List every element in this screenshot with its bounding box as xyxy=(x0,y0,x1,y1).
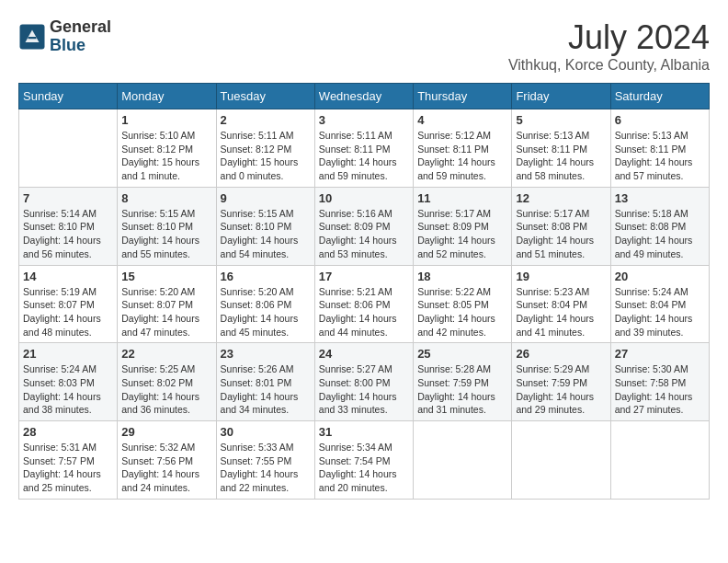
calendar-day-cell: 7Sunrise: 5:14 AMSunset: 8:10 PMDaylight… xyxy=(19,187,118,265)
day-info: Sunrise: 5:26 AMSunset: 8:01 PMDaylight:… xyxy=(221,362,311,417)
calendar-day-cell: 26Sunrise: 5:29 AMSunset: 7:59 PMDayligh… xyxy=(512,343,610,421)
day-number: 21 xyxy=(23,347,113,361)
calendar-day-cell: 16Sunrise: 5:20 AMSunset: 8:06 PMDayligh… xyxy=(216,265,314,343)
calendar-header-cell: Thursday xyxy=(414,84,512,109)
calendar-day-cell: 21Sunrise: 5:24 AMSunset: 8:03 PMDayligh… xyxy=(19,343,118,421)
calendar-day-cell xyxy=(610,421,709,500)
calendar-day-cell: 22Sunrise: 5:25 AMSunset: 8:02 PMDayligh… xyxy=(118,343,216,421)
day-number: 14 xyxy=(23,270,113,283)
day-info: Sunrise: 5:17 AMSunset: 8:09 PMDaylight:… xyxy=(417,207,507,261)
day-number: 23 xyxy=(221,347,311,361)
day-number: 30 xyxy=(221,425,311,439)
day-info: Sunrise: 5:15 AMSunset: 8:10 PMDaylight:… xyxy=(221,207,311,261)
calendar-day-cell xyxy=(19,109,118,188)
calendar-header-cell: Monday xyxy=(118,84,216,109)
day-number: 7 xyxy=(23,191,113,205)
day-info: Sunrise: 5:21 AMSunset: 8:06 PMDaylight:… xyxy=(319,285,409,339)
calendar-day-cell: 8Sunrise: 5:15 AMSunset: 8:10 PMDaylight… xyxy=(118,187,216,265)
day-number: 26 xyxy=(516,347,606,361)
day-number: 13 xyxy=(615,191,705,205)
day-info: Sunrise: 5:15 AMSunset: 8:10 PMDaylight:… xyxy=(121,207,211,261)
day-info: Sunrise: 5:24 AMSunset: 8:04 PMDaylight:… xyxy=(615,285,705,339)
day-info: Sunrise: 5:18 AMSunset: 8:08 PMDaylight:… xyxy=(615,207,705,261)
day-info: Sunrise: 5:11 AMSunset: 8:11 PMDaylight:… xyxy=(319,129,409,183)
calendar-day-cell: 12Sunrise: 5:17 AMSunset: 8:08 PMDayligh… xyxy=(512,187,610,265)
calendar-day-cell: 31Sunrise: 5:34 AMSunset: 7:54 PMDayligh… xyxy=(314,421,413,500)
day-number: 22 xyxy=(121,347,211,361)
day-info: Sunrise: 5:31 AMSunset: 7:57 PMDaylight:… xyxy=(23,441,113,495)
calendar-day-cell: 28Sunrise: 5:31 AMSunset: 7:57 PMDayligh… xyxy=(19,421,118,500)
title-section: July 2024 Vithkuq, Korce County, Albania xyxy=(508,18,710,74)
logo: General Blue xyxy=(18,18,111,55)
calendar-day-cell: 1Sunrise: 5:10 AMSunset: 8:12 PMDaylight… xyxy=(118,109,216,188)
day-number: 6 xyxy=(615,113,705,127)
calendar-header-cell: Tuesday xyxy=(216,84,314,109)
calendar-day-cell: 23Sunrise: 5:26 AMSunset: 8:01 PMDayligh… xyxy=(216,343,314,421)
day-info: Sunrise: 5:34 AMSunset: 7:54 PMDaylight:… xyxy=(319,441,409,495)
day-number: 29 xyxy=(121,425,211,439)
day-number: 16 xyxy=(221,270,311,283)
day-info: Sunrise: 5:11 AMSunset: 8:12 PMDaylight:… xyxy=(221,129,311,183)
calendar-day-cell: 27Sunrise: 5:30 AMSunset: 7:58 PMDayligh… xyxy=(610,343,709,421)
day-number: 11 xyxy=(417,191,507,205)
day-info: Sunrise: 5:14 AMSunset: 8:10 PMDaylight:… xyxy=(23,207,113,261)
month-year-title: July 2024 xyxy=(508,18,710,57)
calendar-header-cell: Wednesday xyxy=(314,84,413,109)
day-info: Sunrise: 5:10 AMSunset: 8:12 PMDaylight:… xyxy=(121,129,211,183)
calendar-day-cell: 19Sunrise: 5:23 AMSunset: 8:04 PMDayligh… xyxy=(512,265,610,343)
calendar-day-cell: 10Sunrise: 5:16 AMSunset: 8:09 PMDayligh… xyxy=(314,187,413,265)
day-info: Sunrise: 5:17 AMSunset: 8:08 PMDaylight:… xyxy=(516,207,606,261)
day-number: 20 xyxy=(615,270,705,283)
day-number: 15 xyxy=(121,270,211,283)
day-info: Sunrise: 5:32 AMSunset: 7:56 PMDaylight:… xyxy=(121,441,211,495)
day-info: Sunrise: 5:19 AMSunset: 8:07 PMDaylight:… xyxy=(23,285,113,339)
calendar-week-row: 21Sunrise: 5:24 AMSunset: 8:03 PMDayligh… xyxy=(19,343,710,421)
day-number: 25 xyxy=(417,347,507,361)
calendar-day-cell xyxy=(414,421,512,500)
calendar-day-cell: 4Sunrise: 5:12 AMSunset: 8:11 PMDaylight… xyxy=(414,109,512,188)
calendar-header: SundayMondayTuesdayWednesdayThursdayFrid… xyxy=(19,84,710,109)
day-number: 27 xyxy=(615,347,705,361)
calendar-header-cell: Friday xyxy=(512,84,610,109)
logo-blue-text: Blue xyxy=(50,37,111,55)
day-number: 9 xyxy=(221,191,311,205)
calendar-week-row: 1Sunrise: 5:10 AMSunset: 8:12 PMDaylight… xyxy=(19,109,710,188)
calendar-day-cell: 24Sunrise: 5:27 AMSunset: 8:00 PMDayligh… xyxy=(314,343,413,421)
day-info: Sunrise: 5:23 AMSunset: 8:04 PMDaylight:… xyxy=(516,285,606,339)
page-header: General Blue July 2024 Vithkuq, Korce Co… xyxy=(18,18,710,74)
calendar-header-cell: Saturday xyxy=(610,84,709,109)
calendar-week-row: 7Sunrise: 5:14 AMSunset: 8:10 PMDaylight… xyxy=(19,187,710,265)
day-number: 24 xyxy=(319,347,409,361)
calendar-day-cell: 3Sunrise: 5:11 AMSunset: 8:11 PMDaylight… xyxy=(314,109,413,188)
calendar-day-cell: 18Sunrise: 5:22 AMSunset: 8:05 PMDayligh… xyxy=(414,265,512,343)
day-info: Sunrise: 5:25 AMSunset: 8:02 PMDaylight:… xyxy=(121,362,211,417)
day-number: 28 xyxy=(23,425,113,439)
day-info: Sunrise: 5:13 AMSunset: 8:11 PMDaylight:… xyxy=(615,129,705,183)
day-info: Sunrise: 5:20 AMSunset: 8:06 PMDaylight:… xyxy=(221,285,311,339)
day-number: 31 xyxy=(319,425,409,439)
calendar-table: SundayMondayTuesdayWednesdayThursdayFrid… xyxy=(18,83,710,500)
day-info: Sunrise: 5:12 AMSunset: 8:11 PMDaylight:… xyxy=(417,129,507,183)
logo-general-text: General xyxy=(50,18,111,37)
calendar-body: 1Sunrise: 5:10 AMSunset: 8:12 PMDaylight… xyxy=(19,109,710,500)
day-number: 5 xyxy=(516,113,606,127)
calendar-day-cell: 5Sunrise: 5:13 AMSunset: 8:11 PMDaylight… xyxy=(512,109,610,188)
logo-icon xyxy=(18,23,46,51)
day-info: Sunrise: 5:20 AMSunset: 8:07 PMDaylight:… xyxy=(121,285,211,339)
calendar-day-cell: 20Sunrise: 5:24 AMSunset: 8:04 PMDayligh… xyxy=(610,265,709,343)
calendar-week-row: 14Sunrise: 5:19 AMSunset: 8:07 PMDayligh… xyxy=(19,265,710,343)
day-info: Sunrise: 5:13 AMSunset: 8:11 PMDaylight:… xyxy=(516,129,606,183)
calendar-day-cell: 11Sunrise: 5:17 AMSunset: 8:09 PMDayligh… xyxy=(414,187,512,265)
calendar-day-cell: 14Sunrise: 5:19 AMSunset: 8:07 PMDayligh… xyxy=(19,265,118,343)
day-info: Sunrise: 5:16 AMSunset: 8:09 PMDaylight:… xyxy=(319,207,409,261)
day-info: Sunrise: 5:22 AMSunset: 8:05 PMDaylight:… xyxy=(417,285,507,339)
calendar-week-row: 28Sunrise: 5:31 AMSunset: 7:57 PMDayligh… xyxy=(19,421,710,500)
calendar-day-cell: 25Sunrise: 5:28 AMSunset: 7:59 PMDayligh… xyxy=(414,343,512,421)
calendar-day-cell xyxy=(512,421,610,500)
day-number: 10 xyxy=(319,191,409,205)
day-info: Sunrise: 5:30 AMSunset: 7:58 PMDaylight:… xyxy=(615,362,705,417)
calendar-header-cell: Sunday xyxy=(19,84,118,109)
day-info: Sunrise: 5:28 AMSunset: 7:59 PMDaylight:… xyxy=(417,362,507,417)
day-number: 3 xyxy=(319,113,409,127)
day-number: 12 xyxy=(516,191,606,205)
